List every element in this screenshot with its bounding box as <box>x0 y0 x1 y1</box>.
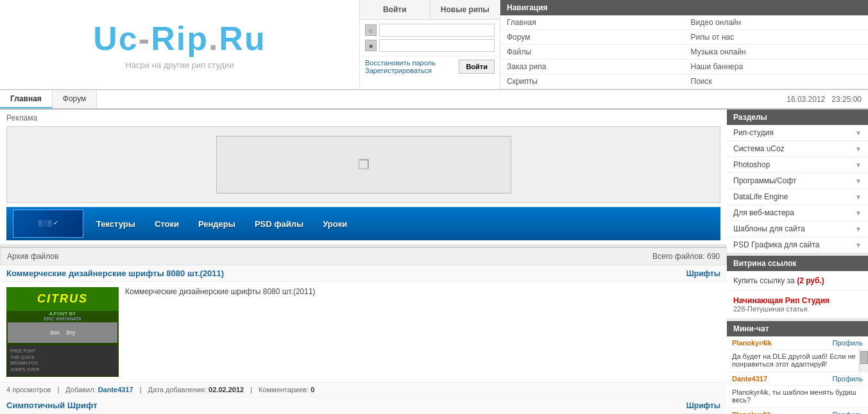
register-link[interactable]: Зарегистрироваться <box>365 67 436 74</box>
file-entry-2-title: Симпотичный Шрифт <box>6 401 98 410</box>
sidebar-item-rip[interactable]: Рип-студия ▼ <box>727 125 868 141</box>
minichat-row-2: Dante4317 Профиль <box>727 372 868 386</box>
topnav-date: 16.03.2012 23:25:00 <box>780 91 868 108</box>
auth-links-text: Восстановить пароль Зарегистрироваться <box>365 59 436 74</box>
file-separator-1c: | <box>250 386 252 393</box>
sidebar-item-photoshop-link[interactable]: Photoshop <box>733 160 770 169</box>
file-date-label-1: Дата добавления: 02.02.2012 <box>148 386 244 393</box>
file-author-link-1[interactable]: Dante4317 <box>98 386 133 393</box>
file-entry-1-body: CITRUS A FONT BY ERIC WIRYANATA 3on 3ny … <box>0 282 727 382</box>
minichat-scrollbar[interactable] <box>859 350 868 372</box>
banner-link-stoki[interactable]: Стоки <box>155 219 179 229</box>
login-button[interactable]: Войти <box>360 0 430 19</box>
citrus-subtitle: A FONT BY <box>6 311 119 317</box>
file-desc-1: Коммерческие дизайнерские шрифты 8080 шт… <box>125 287 720 377</box>
tab-forum[interactable]: Форум <box>53 90 97 108</box>
buy-link-price[interactable]: (2 руб.) <box>797 276 824 285</box>
archive-count: Всего файлов: 690 <box>652 252 720 261</box>
file-entry-2-title-link[interactable]: Симпотичный Шрифт <box>6 401 98 410</box>
file-separator-1b: | <box>140 386 142 393</box>
sidebar-item-rip-link[interactable]: Рип-студия <box>733 128 774 137</box>
minichat-user-2[interactable]: Dante4317 <box>732 375 767 383</box>
banner-link-rendery[interactable]: Рендеры <box>198 219 235 229</box>
archive-label: Архив файлов <box>7 252 58 261</box>
file-entry-2-category[interactable]: Шрифты <box>686 401 720 410</box>
file-thumb-1: CITRUS A FONT BY ERIC WIRYANATA 3on 3ny … <box>6 287 119 377</box>
sidebar-vitrina: Витрина ссылок Купить ссылку за (2 руб.)… <box>727 256 868 319</box>
header: Uc-Rip.Ru Насри на другии рип студии Вой… <box>0 0 868 90</box>
file-comments-1: 0 <box>311 386 314 393</box>
tab-glavnaya[interactable]: Главная <box>0 90 53 108</box>
restore-password-link[interactable]: Восстановить пароль <box>365 59 436 67</box>
file-entry-1-category[interactable]: Шрифты <box>686 269 720 278</box>
file-views-1: 4 просмотров <box>6 386 51 393</box>
nav-grid: Главная Видео онлайн Форум Рипы от нас Ф… <box>500 15 868 89</box>
vitrina-header: Витрина ссылок <box>727 256 868 271</box>
minichat-msg-2-text: Planokyr4ik, ты шаблон менять будиш весь… <box>732 388 856 404</box>
minichat-profile-2[interactable]: Профиль <box>833 375 864 383</box>
banner-link-psd[interactable]: PSD файлы <box>255 219 303 229</box>
sidebar-item-psd[interactable]: PSD Графика для сайта ▼ <box>727 237 868 253</box>
sidebar-sections: Разделы Рип-студия ▼ Система uCoz ▼ Phot… <box>727 110 868 253</box>
nav-area: Навигация Главная Видео онлайн Форум Рип… <box>500 0 868 89</box>
minichat-user-3[interactable]: Planokyr4ik <box>732 411 772 414</box>
chevron-down-icon-4: ▼ <box>855 178 862 185</box>
promo-title[interactable]: Начинающая Рип Студия <box>733 296 862 305</box>
new-rips-button[interactable]: Новые рипы <box>430 0 500 19</box>
banner-link-textury[interactable]: Текстуры <box>96 219 135 229</box>
username-input[interactable] <box>379 24 495 37</box>
nav-item-forum[interactable]: Форум <box>500 30 685 45</box>
file-entry-1-title-link[interactable]: Коммерческие дизайнерские шрифты 8080 шт… <box>6 269 224 278</box>
nav-item-faily[interactable]: Файлы <box>500 45 685 60</box>
file-separator-1a: | <box>57 386 59 393</box>
banner-link-uroki[interactable]: Уроки <box>323 219 347 229</box>
file-author-1[interactable]: Dante4317 <box>98 386 133 393</box>
nav-item-poisk[interactable]: Поиск <box>685 74 869 89</box>
nav-item-video[interactable]: Видео онлайн <box>685 15 869 30</box>
sidebar-item-photoshop[interactable]: Photoshop ▼ <box>727 157 868 173</box>
sidebar-item-webmaster-link[interactable]: Для веб-мастера <box>733 208 794 217</box>
sidebar-item-dle-link[interactable]: DataLife Engine <box>733 192 788 201</box>
sidebar-item-webmaster[interactable]: Для веб-мастера ▼ <box>727 205 868 221</box>
sidebar-item-ucoz-link[interactable]: Система uCoz <box>733 144 785 153</box>
citrus-sample-text: 3on 3ny <box>50 329 76 336</box>
auth-buttons: Войти Новые рипы <box>360 0 500 20</box>
nav-item-zakaz[interactable]: Заказ рипа <box>500 60 685 74</box>
sidebar-item-ucoz[interactable]: Система uCoz ▼ <box>727 141 868 157</box>
sidebar-buy-link: Купить ссылку за (2 руб.) <box>727 271 868 291</box>
lock-icon: ■ <box>365 40 377 51</box>
minichat-msg-2: Planokyr4ik, ты шаблон менять будиш весь… <box>727 386 868 408</box>
nav-item-ripy[interactable]: Рипы от нас <box>685 30 869 45</box>
content-area: Реклама ❐ ▒░▒✓ Текстуры Стоки Рендеры <box>0 110 727 414</box>
username-row: ☺ <box>365 24 495 37</box>
blue-banner-logo-text: ▒░▒✓ <box>38 220 58 228</box>
file-thumb-1-img: CITRUS A FONT BY ERIC WIRYANATA 3on 3ny … <box>6 287 119 377</box>
sidebar-item-shablony[interactable]: Шаблоны для сайта ▼ <box>727 221 868 237</box>
file-entry-2-header: Симпотичный Шрифт Шрифты <box>0 397 727 414</box>
sidebar-item-shablony-link[interactable]: Шаблоны для сайта <box>733 224 805 233</box>
file-meta-1: 4 просмотров | Добавил: Dante4317 | Дата… <box>0 382 727 397</box>
chevron-down-icon-1: ▼ <box>855 129 862 137</box>
sidebar-item-soft-link[interactable]: Программы/Софт <box>733 176 797 185</box>
promo-subtitle: 228-Петушиная статья <box>733 305 862 313</box>
sidebar-item-dle[interactable]: DataLife Engine ▼ <box>727 189 868 205</box>
auth-submit-button[interactable]: Войти <box>459 60 495 74</box>
nav-item-muzyka[interactable]: Музыка онлайн <box>685 45 869 60</box>
auth-fields: ☺ ■ <box>360 20 500 56</box>
archive-header: Архив файлов Всего файлов: 690 <box>0 247 727 265</box>
sidebar-item-soft[interactable]: Программы/Софт ▼ <box>727 173 868 189</box>
minichat-profile-1[interactable]: Профиль <box>833 339 864 347</box>
minichat-section: Мини-чат Planokyr4ik Профиль Да будет на… <box>727 321 868 414</box>
chevron-down-icon-5: ▼ <box>855 194 862 201</box>
nav-item-bannera[interactable]: Наши баннера <box>685 60 869 74</box>
user-icon: ☺ <box>365 24 377 36</box>
minichat-user-1[interactable]: Planokyr4ik <box>732 339 772 347</box>
password-input[interactable] <box>379 39 495 52</box>
nav-item-glavnaya[interactable]: Главная <box>500 15 685 30</box>
minichat-profile-3[interactable]: Профиль <box>833 411 864 414</box>
banner-box: ❐ <box>6 126 720 203</box>
current-date: 16.03.2012 <box>787 95 825 104</box>
nav-item-skripty[interactable]: Скрипты <box>500 74 685 89</box>
sidebar-item-psd-link[interactable]: PSD Графика для сайта <box>733 240 820 249</box>
auth-links-row: Восстановить пароль Зарегистрироваться В… <box>360 56 500 77</box>
